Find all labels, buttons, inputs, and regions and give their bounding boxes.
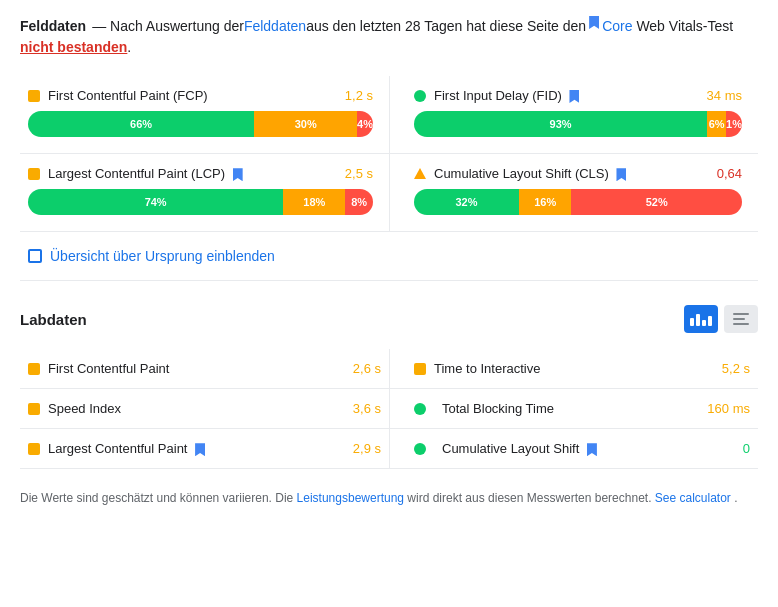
cls-header: Cumulative Layout Shift (CLS) 0,64 <box>414 166 742 181</box>
lab-tti-name: Time to Interactive <box>434 361 722 376</box>
bookmark-small <box>589 16 599 29</box>
lab-si-name: Speed Index <box>48 401 353 416</box>
footer-end: . <box>734 491 737 505</box>
lab-tti-value: 5,2 s <box>722 361 750 376</box>
fid-value: 34 ms <box>707 88 742 103</box>
origin-row: Übersicht über Ursprung einblenden <box>20 232 758 281</box>
lab-tti-icon <box>414 363 426 375</box>
fid-bar: 93% 6% 1% <box>414 111 742 137</box>
lcp-icon <box>28 168 40 180</box>
lab-metrics-left: First Contentful Paint 2,6 s Speed Index… <box>20 349 389 469</box>
fid-name: First Input Delay (FID) <box>434 88 699 103</box>
lab-cls-bookmark <box>587 443 597 456</box>
lab-fcp-icon <box>28 363 40 375</box>
fid-bar-orange: 6% <box>707 111 726 137</box>
lcp-bar-green: 74% <box>28 189 283 215</box>
calculator-link[interactable]: See calculator <box>655 491 731 505</box>
felddaten-title: Felddaten <box>20 16 86 37</box>
cls-bar: 32% 16% 52% <box>414 189 742 215</box>
cls-value: 0,64 <box>717 166 742 181</box>
felddaten-header: Felddaten — Nach Auswertung der Felddate… <box>20 16 758 58</box>
lab-si-icon <box>28 403 40 415</box>
line1 <box>733 313 749 315</box>
lab-si-value: 3,6 s <box>353 401 381 416</box>
cls-bookmark <box>616 168 626 181</box>
cls-icon <box>414 168 426 179</box>
cls-bar-green: 32% <box>414 189 519 215</box>
lab-lcp-icon <box>28 443 40 455</box>
fid-icon <box>414 90 426 102</box>
lcp-name: Largest Contentful Paint (LCP) <box>48 166 337 181</box>
metric-lcp: Largest Contentful Paint (LCP) 2,5 s 74%… <box>20 154 389 232</box>
felddaten-desc-middle: aus den letzten 28 Tagen hat diese Seite… <box>306 16 586 37</box>
lab-title: Labdaten <box>20 311 87 328</box>
fid-bar-green: 93% <box>414 111 707 137</box>
lab-tti-row: Time to Interactive 5,2 s <box>389 349 758 389</box>
felddaten-desc-after2: Web Vitals-Test <box>636 16 733 37</box>
lab-tbt-row: Total Blocking Time 160 ms <box>389 389 758 429</box>
line3 <box>733 323 749 325</box>
lab-cls-value: 0 <box>743 441 750 456</box>
lab-lcp-row: Largest Contentful Paint 2,9 s <box>20 429 389 469</box>
fcp-bar-orange: 30% <box>254 111 357 137</box>
cls-name: Cumulative Layout Shift (CLS) <box>434 166 709 181</box>
bar2 <box>696 314 700 326</box>
lcp-bar: 74% 18% 8% <box>28 189 373 215</box>
lcp-bookmark <box>233 168 243 181</box>
bar4 <box>708 316 712 326</box>
felddaten-desc-prefix: — Nach Auswertung der <box>92 16 244 37</box>
lab-metrics-right: Time to Interactive 5,2 s Total Blocking… <box>389 349 758 469</box>
fid-header: First Input Delay (FID) 34 ms <box>414 88 742 103</box>
lab-chart-button[interactable] <box>684 305 718 333</box>
cls-bar-red: 52% <box>571 189 742 215</box>
fcp-name: First Contentful Paint (FCP) <box>48 88 337 103</box>
lab-metrics-grid: First Contentful Paint 2,6 s Speed Index… <box>20 349 758 469</box>
lcp-bar-red: 8% <box>345 189 373 215</box>
footer-middle: wird direkt aus diesen Messwerten berech… <box>407 491 654 505</box>
fcp-bar: 66% 30% 4% <box>28 111 373 137</box>
metric-fcp: First Contentful Paint (FCP) 1,2 s 66% 3… <box>20 76 389 154</box>
felddaten-desc-end: . <box>127 37 131 58</box>
nicht-bestanden-link[interactable]: nicht bestanden <box>20 37 127 58</box>
chart-bars-icon <box>690 312 712 326</box>
lab-tbt-value: 160 ms <box>707 401 750 416</box>
lcp-header: Largest Contentful Paint (LCP) 2,5 s <box>28 166 373 181</box>
fcp-bar-red: 4% <box>357 111 373 137</box>
origin-checkbox[interactable] <box>28 249 42 263</box>
footer-note: Die Werte sind geschätzt und können vari… <box>20 489 758 508</box>
lab-tbt-name: Total Blocking Time <box>442 401 707 416</box>
lab-cls-icon <box>414 443 426 455</box>
fcp-bar-green: 66% <box>28 111 254 137</box>
fcp-icon <box>28 90 40 102</box>
lab-cls-name: Cumulative Layout Shift <box>442 441 743 456</box>
list-lines-icon <box>733 313 749 325</box>
lab-lcp-bookmark <box>195 443 205 456</box>
leistung-link[interactable]: Leistungsbewertung <box>297 491 404 505</box>
metric-fid: First Input Delay (FID) 34 ms 93% 6% 1% <box>389 76 758 154</box>
bar1 <box>690 318 694 326</box>
lcp-bar-orange: 18% <box>283 189 345 215</box>
fcp-header: First Contentful Paint (FCP) 1,2 s <box>28 88 373 103</box>
lab-controls <box>684 305 758 333</box>
lab-lcp-name: Largest Contentful Paint <box>48 441 353 456</box>
lab-tbt-icon <box>414 403 426 415</box>
lab-list-button[interactable] <box>724 305 758 333</box>
lab-fcp-row: First Contentful Paint 2,6 s <box>20 349 389 389</box>
lab-header: Labdaten <box>20 305 758 333</box>
lab-fcp-name: First Contentful Paint <box>48 361 353 376</box>
origin-link-wrap[interactable]: Übersicht über Ursprung einblenden <box>28 248 750 264</box>
line2 <box>733 318 745 320</box>
bar3 <box>702 320 706 326</box>
core-link[interactable]: Core <box>602 16 632 37</box>
origin-link[interactable]: Übersicht über Ursprung einblenden <box>50 248 275 264</box>
lab-si-row: Speed Index 3,6 s <box>20 389 389 429</box>
lab-fcp-value: 2,6 s <box>353 361 381 376</box>
fid-bookmark <box>569 90 579 103</box>
felddaten-link[interactable]: Felddaten <box>244 16 306 37</box>
footer-prefix: Die Werte sind geschätzt und können vari… <box>20 491 297 505</box>
lab-section: Labdaten <box>20 305 758 469</box>
lab-lcp-value: 2,9 s <box>353 441 381 456</box>
fcp-value: 1,2 s <box>345 88 373 103</box>
lcp-value: 2,5 s <box>345 166 373 181</box>
metrics-grid: First Contentful Paint (FCP) 1,2 s 66% 3… <box>20 76 758 232</box>
